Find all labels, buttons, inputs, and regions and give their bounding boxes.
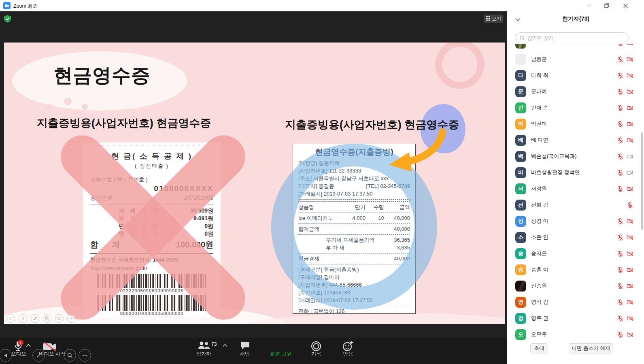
security-shield-icon[interactable] bbox=[4, 15, 11, 24]
prev-slide-button[interactable] bbox=[6, 314, 15, 323]
next-slide-button[interactable] bbox=[19, 314, 27, 323]
annotation-more-button[interactable] bbox=[79, 349, 91, 362]
mic-muted-icon[interactable] bbox=[617, 88, 624, 95]
participant-avatar: 선 bbox=[515, 200, 526, 211]
video-off-icon[interactable] bbox=[627, 72, 633, 79]
video-off-icon[interactable] bbox=[627, 104, 633, 111]
zoom-tool-button[interactable] bbox=[55, 314, 64, 323]
mic-muted-icon[interactable] bbox=[617, 185, 624, 192]
chat-icon[interactable] bbox=[240, 341, 250, 350]
mic-muted-icon[interactable] bbox=[617, 250, 624, 257]
restore-button[interactable] bbox=[600, 0, 614, 11]
participant-row[interactable] bbox=[507, 44, 642, 51]
participants-icon[interactable] bbox=[198, 341, 210, 350]
participants-button-label[interactable]: 참가자 bbox=[189, 351, 218, 358]
participants-scrollbar[interactable] bbox=[641, 132, 643, 230]
participant-row[interactable]: 성성경 이 bbox=[507, 213, 642, 229]
right-receipt-representative: [대표자] 홍길동 bbox=[298, 182, 334, 190]
mic-muted-icon[interactable] bbox=[617, 266, 624, 273]
item-price: 4,000 bbox=[340, 214, 366, 222]
minimize-button[interactable] bbox=[582, 0, 596, 11]
participant-row[interactable]: 승승훈 이 bbox=[507, 262, 642, 278]
video-off-icon[interactable] bbox=[627, 250, 633, 257]
participant-row[interactable]: 민민채 손 bbox=[507, 100, 642, 116]
share-screen-label[interactable]: 화면 공유 bbox=[265, 351, 297, 358]
receipt-separator bbox=[298, 306, 410, 306]
participant-row[interactable]: 남동훈 bbox=[507, 51, 642, 67]
participant-row[interactable]: 오오무주 bbox=[507, 326, 642, 342]
slide-title: 현금영수증 bbox=[53, 63, 151, 88]
mic-muted-icon[interactable] bbox=[617, 137, 624, 144]
participant-list: 남동훈다다희 최문문다예민민채 손박박선미배배 다연백백순철(국어교육과)비비호… bbox=[507, 44, 642, 342]
mic-muted-icon[interactable] bbox=[617, 104, 624, 111]
slides-overview-button[interactable] bbox=[43, 314, 51, 323]
invite-button[interactable]: 초대 bbox=[530, 343, 548, 353]
reactions-icon[interactable] bbox=[342, 341, 354, 351]
mic-muted-icon[interactable] bbox=[627, 202, 633, 209]
participant-search[interactable] bbox=[515, 32, 629, 43]
video-off-icon[interactable] bbox=[627, 56, 633, 63]
video-on-icon[interactable] bbox=[627, 153, 633, 160]
participant-row[interactable]: 백백순철(국어교육과) bbox=[507, 148, 642, 164]
reactions-button-label[interactable]: 반응 bbox=[337, 351, 359, 358]
video-off-icon[interactable] bbox=[627, 266, 633, 273]
participant-row[interactable]: 박박선미 bbox=[507, 116, 642, 132]
video-off-icon[interactable] bbox=[627, 137, 633, 144]
audio-options-chevron[interactable] bbox=[26, 344, 31, 347]
window-titlebar: Zoom 회의 bbox=[0, 0, 644, 11]
more-options-button[interactable] bbox=[67, 314, 76, 323]
mic-muted-icon[interactable] bbox=[617, 121, 624, 128]
record-icon[interactable] bbox=[311, 341, 321, 351]
mic-muted-icon[interactable] bbox=[617, 315, 624, 322]
participant-row[interactable]: 영영주 권 bbox=[507, 310, 642, 326]
total-label: 합계금액 bbox=[298, 225, 319, 233]
participant-search-input[interactable] bbox=[527, 35, 616, 41]
video-off-icon[interactable] bbox=[627, 331, 633, 338]
participant-row[interactable]: 소소은 안 bbox=[507, 229, 642, 245]
annotation-zoom-button[interactable] bbox=[64, 349, 76, 362]
window-title: Zoom 회의 bbox=[13, 3, 38, 10]
participant-row[interactable]: 문문다예 bbox=[507, 83, 642, 100]
mic-muted-icon[interactable] bbox=[617, 234, 624, 241]
video-off-icon[interactable] bbox=[627, 121, 633, 128]
video-off-icon[interactable] bbox=[627, 234, 633, 241]
video-off-icon[interactable] bbox=[627, 88, 633, 95]
participants-chevron[interactable] bbox=[223, 344, 227, 347]
video-off-icon[interactable] bbox=[627, 218, 633, 225]
participant-row[interactable]: 선선희 김 bbox=[507, 197, 642, 213]
participant-row[interactable]: 배배 다연 bbox=[507, 132, 642, 148]
participant-row[interactable]: 다다희 최 bbox=[507, 67, 642, 83]
pen-tool-button[interactable] bbox=[31, 314, 39, 323]
video-off-icon[interactable] bbox=[627, 299, 633, 306]
mic-muted-icon[interactable] bbox=[617, 283, 624, 289]
view-button[interactable]: 보기 bbox=[484, 15, 503, 23]
video-off-icon[interactable] bbox=[627, 315, 633, 322]
video-off-icon[interactable] bbox=[627, 185, 633, 192]
video-off-icon[interactable] bbox=[627, 44, 633, 47]
mic-muted-icon[interactable] bbox=[617, 153, 624, 160]
receipt-separator bbox=[298, 253, 410, 253]
participant-name: 문다예 bbox=[531, 88, 547, 95]
record-button-label[interactable]: 기록 bbox=[305, 351, 327, 358]
video-off-icon[interactable] bbox=[627, 283, 633, 289]
participant-row[interactable]: 영영석 김 bbox=[507, 294, 642, 310]
video-on-icon[interactable] bbox=[627, 169, 633, 176]
mic-muted-icon[interactable] bbox=[617, 56, 624, 63]
participant-row[interactable]: 서서정원 bbox=[507, 181, 642, 197]
participant-row[interactable]: 비비호생활관장 정석연 bbox=[507, 164, 642, 181]
mic-muted-icon[interactable] bbox=[617, 331, 624, 338]
camera-off-icon[interactable] bbox=[43, 342, 57, 351]
chat-button-label[interactable]: 채팅 bbox=[233, 351, 257, 358]
annotation-back-button[interactable] bbox=[0, 349, 12, 362]
participant-avatar: 박 bbox=[515, 119, 526, 130]
mic-muted-icon[interactable] bbox=[617, 169, 624, 176]
annotation-draw-button[interactable] bbox=[32, 349, 45, 362]
mic-muted-icon[interactable] bbox=[617, 218, 624, 225]
mic-muted-icon[interactable] bbox=[617, 299, 624, 306]
participant-row[interactable]: 신승원 bbox=[507, 278, 642, 294]
mic-muted-icon[interactable] bbox=[617, 44, 624, 47]
participant-row[interactable]: 송송지은 bbox=[507, 245, 642, 262]
mic-muted-icon[interactable] bbox=[617, 72, 624, 79]
close-button[interactable] bbox=[618, 0, 632, 11]
unmute-all-button[interactable]: 나만 음소거 해제 bbox=[569, 343, 613, 353]
